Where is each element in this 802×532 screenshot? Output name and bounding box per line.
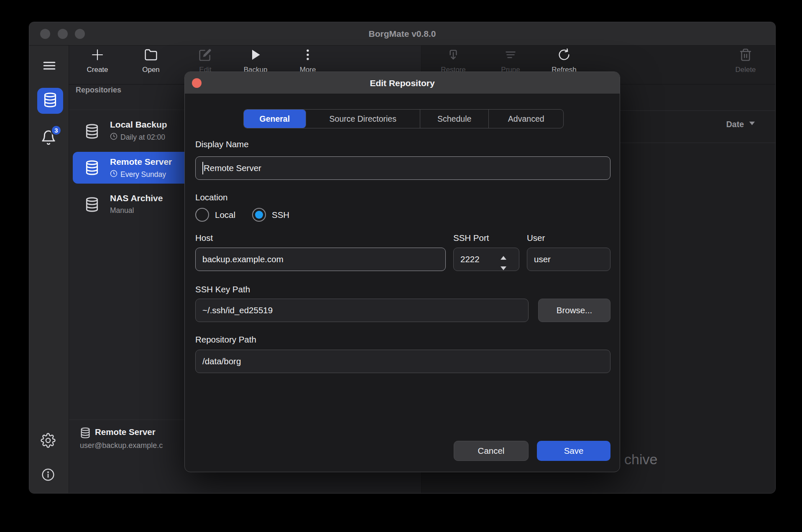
user-input[interactable]: user xyxy=(527,248,610,271)
folder-icon xyxy=(144,48,158,63)
save-button-label: Save xyxy=(564,446,584,456)
refresh-icon xyxy=(557,48,571,63)
ssh-key-path-label: SSH Key Path xyxy=(195,284,250,294)
window-title: BorgMate v0.8.0 xyxy=(29,22,775,46)
radio-local-label: Local xyxy=(215,210,235,220)
gear-icon xyxy=(41,433,56,450)
location-label: Location xyxy=(195,192,228,202)
repo-name: Local Backup xyxy=(110,120,167,130)
display-name-value: Remote Server xyxy=(204,163,261,173)
repository-path-label: Repository Path xyxy=(195,335,256,345)
about-button[interactable] xyxy=(41,469,55,482)
trash-icon xyxy=(739,48,752,63)
plus-icon xyxy=(91,48,104,63)
database-icon xyxy=(42,92,58,110)
repo-schedule: Daily at 02:00 xyxy=(110,133,165,142)
tab-label: Schedule xyxy=(437,114,471,124)
date-header-label: Date xyxy=(726,120,744,129)
info-icon xyxy=(41,468,55,483)
display-name-label: Display Name xyxy=(195,139,249,149)
display-name-input[interactable]: Remote Server xyxy=(195,156,610,180)
tab-schedule[interactable]: Schedule xyxy=(420,110,489,128)
delete-button[interactable]: Delete xyxy=(723,48,769,82)
database-icon xyxy=(79,427,91,440)
play-icon xyxy=(249,48,262,63)
database-icon xyxy=(84,197,100,214)
background-archive-text-fragment: chive xyxy=(624,451,657,468)
host-label: Host xyxy=(195,233,213,243)
user-label: User xyxy=(527,233,545,243)
radio-ssh-label: SSH xyxy=(272,210,289,220)
delete-button-label: Delete xyxy=(735,66,756,74)
status-repo-name: Remote Server xyxy=(95,427,156,437)
ssh-port-value: 2222 xyxy=(460,254,480,264)
status-repo-detail: user@backup.example.c xyxy=(80,441,163,450)
ssh-port-label: SSH Port xyxy=(453,233,489,243)
edit-icon xyxy=(199,48,212,63)
tab-label: Source Directories xyxy=(329,114,396,124)
radio-local[interactable] xyxy=(195,208,209,222)
browse-button-label: Browse... xyxy=(557,305,592,315)
clock-icon xyxy=(110,133,117,142)
radio-ssh[interactable] xyxy=(252,208,266,222)
text-caret xyxy=(202,162,203,174)
repo-schedule-text: Manual xyxy=(110,206,134,215)
notification-badge: 3 xyxy=(51,125,62,136)
stepper-up-icon[interactable] xyxy=(501,254,506,261)
repository-path-value: /data/borg xyxy=(202,356,241,366)
repo-schedule: Every Sunday xyxy=(110,170,166,179)
tab-source-directories[interactable]: Source Directories xyxy=(306,110,420,128)
dialog-tab-bar: General Source Directories Schedule Adva… xyxy=(243,109,564,128)
repo-schedule: Manual xyxy=(110,206,134,215)
dialog-title: Edit Repository xyxy=(185,72,620,94)
database-icon xyxy=(84,160,100,177)
tab-label: General xyxy=(259,114,290,124)
title-bar: BorgMate v0.8.0 xyxy=(29,22,775,46)
clock-icon xyxy=(110,170,117,179)
open-button-label: Open xyxy=(142,66,160,74)
hamburger-menu-button[interactable] xyxy=(42,58,57,73)
date-column-header[interactable]: Date xyxy=(726,119,756,129)
dialog-header: Edit Repository xyxy=(185,72,620,94)
tab-advanced[interactable]: Advanced xyxy=(489,110,563,128)
prune-icon xyxy=(504,48,517,63)
repo-schedule-text: Every Sunday xyxy=(120,170,166,179)
ssh-key-path-value: ~/.ssh/id_ed25519 xyxy=(202,305,273,315)
ssh-port-stepper xyxy=(501,254,506,272)
open-button[interactable]: Open xyxy=(128,48,174,82)
repo-name: NAS Archive xyxy=(110,193,163,203)
radio-selected-dot xyxy=(255,211,263,219)
sidebar-item-repositories[interactable] xyxy=(37,88,63,114)
ssh-key-path-input[interactable]: ~/.ssh/id_ed25519 xyxy=(195,299,529,322)
edit-repository-dialog: Edit Repository General Source Directori… xyxy=(184,72,620,472)
repository-list-header: Repositories xyxy=(76,86,121,95)
more-dots-icon xyxy=(301,48,314,63)
create-button-label: Create xyxy=(87,66,108,74)
cancel-button-label: Cancel xyxy=(478,446,505,456)
app-window: BorgMate v0.8.0 3 Create Open xyxy=(29,22,776,494)
tab-label: Advanced xyxy=(508,114,544,124)
user-value: user xyxy=(534,254,551,264)
host-input[interactable]: backup.example.com xyxy=(195,248,446,271)
repo-schedule-text: Daily at 02:00 xyxy=(120,133,165,142)
repo-name: Remote Server xyxy=(110,157,172,167)
host-value: backup.example.com xyxy=(202,254,284,264)
repository-path-input[interactable]: /data/borg xyxy=(195,350,610,373)
browse-button[interactable]: Browse... xyxy=(538,299,610,322)
ssh-port-input[interactable]: 2222 xyxy=(453,248,519,271)
restore-icon xyxy=(447,48,460,63)
settings-button[interactable] xyxy=(41,434,56,449)
stepper-down-icon[interactable] xyxy=(501,264,506,272)
tab-general[interactable]: General xyxy=(244,110,306,128)
sort-desc-icon xyxy=(748,119,756,129)
save-button[interactable]: Save xyxy=(537,441,610,461)
create-button[interactable]: Create xyxy=(74,48,120,82)
cancel-button[interactable]: Cancel xyxy=(454,441,529,461)
database-icon xyxy=(84,123,100,141)
location-radio-group: Local SSH xyxy=(195,208,289,222)
